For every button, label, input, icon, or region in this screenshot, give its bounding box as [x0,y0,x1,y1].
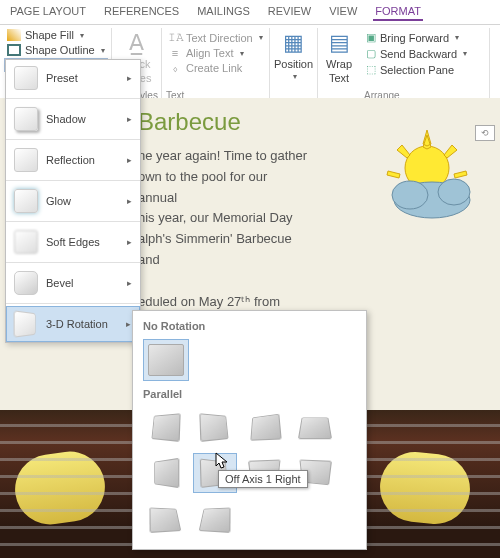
rotation-opt-5[interactable] [143,453,187,493]
rotation-opt-3[interactable] [243,407,287,447]
selection-pane-button[interactable]: ⬚Selection Pane [364,62,469,77]
align-text-button[interactable]: ≡Align Text▾ [166,46,265,60]
effects-shadow[interactable]: Shadow▸ [6,101,140,137]
send-backward-button[interactable]: ▢Send Backward▾ [364,46,469,61]
effects-bevel[interactable]: Bevel▸ [6,265,140,301]
sun-cloud-clipart [372,130,482,230]
rotation-tooltip: Off Axis 1 Right [218,470,308,488]
effects-reflection[interactable]: Reflection▸ [6,142,140,178]
shape-outline-button[interactable]: Shape Outline▾ [4,43,108,57]
tab-review[interactable]: REVIEW [266,3,313,21]
send-backward-icon: ▢ [366,47,376,60]
tab-format[interactable]: FORMAT [373,3,423,21]
align-text-icon: ≡ [168,47,182,59]
bring-forward-button[interactable]: ▣Bring Forward▾ [364,30,469,45]
parallel-header: Parallel [139,385,360,403]
pencil-icon [7,44,21,56]
rotation-opt-4[interactable] [293,407,337,447]
effects-3d-rotation[interactable]: 3-D Rotation▸ [6,306,140,342]
svg-point-3 [438,179,470,205]
text-direction-button[interactable]: 𝙸𝙰Text Direction▾ [166,30,265,45]
svg-point-2 [392,181,428,209]
rotation-opt-1[interactable] [143,407,187,447]
wrap-text-icon: ▤ [329,30,350,56]
bring-forward-icon: ▣ [366,31,376,44]
rotation-opt-10[interactable] [193,499,237,539]
mouse-cursor-icon [215,452,229,470]
tab-mailings[interactable]: MAILINGS [195,3,252,21]
shape-fill-button[interactable]: Shape Fill▾ [4,28,108,42]
effects-preset[interactable]: Preset▸ [6,60,140,96]
effects-soft-edges[interactable]: Soft Edges▸ [6,224,140,260]
tab-references[interactable]: REFERENCES [102,3,181,21]
wrap-text-button[interactable]: ▤Wrap Text [320,28,358,87]
create-link-button[interactable]: ⬨Create Link [166,61,265,75]
shape-effects-menu: Preset▸ Shadow▸ Reflection▸ Glow▸ Soft E… [5,59,141,343]
rotation-opt-9[interactable] [143,499,187,539]
styles-icon: A̲ [129,30,144,56]
tab-page-layout[interactable]: PAGE LAYOUT [8,3,88,21]
no-rotation-header: No Rotation [139,317,360,335]
rotation-opt-2[interactable] [193,407,237,447]
effects-glow[interactable]: Glow▸ [6,183,140,219]
rotation-none[interactable] [143,339,189,381]
text-direction-icon: 𝙸𝙰 [168,31,182,44]
rotation-submenu: No Rotation Parallel [132,310,367,550]
position-button[interactable]: ▦Position▾ [268,28,319,83]
link-icon: ⬨ [168,62,182,74]
tab-view[interactable]: VIEW [327,3,359,21]
position-icon: ▦ [283,30,304,56]
selection-pane-icon: ⬚ [366,63,376,76]
paint-bucket-icon [7,29,21,41]
